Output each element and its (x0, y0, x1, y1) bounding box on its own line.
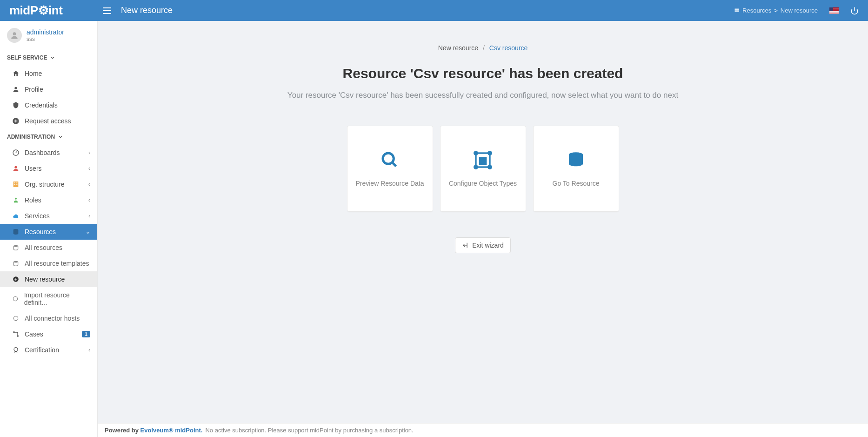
svg-point-13 (15, 198, 17, 200)
svg-point-28 (488, 151, 492, 155)
svg-point-29 (474, 165, 478, 168)
exit-icon (462, 242, 468, 249)
chevron-left-icon: ‹ (88, 149, 90, 156)
user-name: administrator (27, 28, 64, 36)
tile-go-to-resource[interactable]: Go To Resource (533, 126, 619, 212)
main-content: New resource / Csv resource Resource 'Cs… (98, 21, 868, 423)
svg-rect-0 (735, 8, 739, 10)
svg-rect-11 (14, 184, 15, 185)
sidebar-item-home[interactable]: Home (0, 66, 97, 81)
tile-preview-resource-data[interactable]: Preview Resource Data (347, 126, 433, 212)
role-icon (12, 196, 20, 204)
page-title: New resource (121, 6, 173, 15)
sidebar-item-roles[interactable]: Roles ‹ (0, 192, 97, 208)
person-icon (12, 86, 20, 93)
wizard-breadcrumb: New resource / Csv resource (116, 44, 849, 52)
chevron-left-icon: ‹ (88, 347, 90, 353)
sidebar-item-all-resources[interactable]: All resources (0, 240, 97, 255)
chevron-down-icon: ⌄ (86, 229, 90, 235)
svg-point-16 (13, 261, 18, 263)
chevron-left-icon: ‹ (88, 213, 90, 219)
tile-configure-object-types[interactable]: Configure Object Types (440, 126, 526, 212)
sidebar-item-all-templates[interactable]: All resource templates (0, 255, 97, 271)
svg-point-23 (383, 153, 394, 164)
building-icon (12, 181, 20, 188)
footer-message: No active subscription. Please support m… (205, 427, 413, 434)
locale-flag-us[interactable] (829, 7, 839, 14)
section-administration[interactable]: ADMINISTRATION (0, 129, 97, 145)
sidebar-item-dashboards[interactable]: Dashboards ‹ (0, 145, 97, 161)
sidebar-item-services[interactable]: Services ‹ (0, 208, 97, 224)
svg-rect-10 (16, 182, 17, 183)
svg-rect-9 (14, 182, 15, 183)
chevron-down-icon (50, 55, 55, 61)
cases-badge: 1 (82, 331, 90, 337)
section-self-service[interactable]: SELF SERVICE (0, 50, 97, 66)
resources-icon (734, 8, 740, 13)
sidebar-item-certification[interactable]: Certification ‹ (0, 342, 97, 358)
user-subtitle: sss (27, 36, 64, 42)
exit-wizard-button[interactable]: Exit wizard (455, 237, 511, 253)
sidebar-item-cases[interactable]: Cases 1 (0, 326, 97, 342)
sidebar-item-profile[interactable]: Profile (0, 81, 97, 97)
database-icon (12, 244, 20, 251)
footer-brand-link[interactable]: Evolveum® midPoint. (140, 427, 203, 434)
sidebar-item-import-resource-def[interactable]: Import resource definit… (0, 287, 97, 310)
sidebar-item-credentials[interactable]: Credentials (0, 97, 97, 113)
chevron-left-icon: ‹ (88, 165, 90, 172)
menu-toggle-button[interactable] (98, 7, 116, 14)
sidebar-item-all-connector-hosts[interactable]: All connector hosts (0, 310, 97, 326)
chevron-down-icon (58, 134, 63, 140)
svg-point-4 (14, 87, 17, 89)
breadcrumb-root[interactable]: Resources (742, 7, 771, 14)
svg-point-21 (17, 336, 19, 337)
object-group-icon (474, 151, 492, 169)
certificate-icon (12, 346, 20, 354)
hamburger-icon (103, 7, 111, 14)
user-block[interactable]: administrator sss (0, 21, 97, 50)
circle-icon (12, 315, 20, 322)
svg-point-3 (13, 32, 16, 35)
plus-circle-icon (12, 276, 20, 282)
crumb-current[interactable]: Csv resource (489, 44, 527, 52)
page-subtitle: Your resource 'Csv resource' has been su… (116, 91, 849, 100)
svg-point-15 (13, 245, 18, 247)
flow-icon (12, 330, 20, 338)
svg-point-22 (14, 348, 18, 351)
breadcrumb: Resources > New resource (734, 7, 818, 14)
tile-label: Preview Resource Data (355, 180, 424, 187)
sidebar: administrator sss SELF SERVICE Home Prof… (0, 21, 98, 437)
breadcrumb-current[interactable]: New resource (781, 7, 818, 14)
avatar (7, 28, 22, 43)
sidebar-item-new-resource[interactable]: New resource (0, 271, 97, 287)
shield-icon (12, 101, 20, 109)
top-bar: midP⚙int New resource Resources > New re… (0, 0, 868, 21)
svg-rect-12 (16, 184, 17, 185)
sidebar-item-org-structure[interactable]: Org. structure ‹ (0, 176, 97, 192)
chevron-left-icon: ‹ (88, 197, 90, 203)
home-icon (12, 70, 20, 77)
search-icon (381, 151, 399, 169)
tile-label: Configure Object Types (449, 180, 517, 187)
svg-point-7 (14, 166, 17, 168)
sidebar-item-users[interactable]: Users ‹ (0, 161, 97, 176)
cloud-icon (12, 212, 20, 220)
tile-label: Go To Resource (553, 180, 600, 187)
database-icon (567, 151, 585, 169)
svg-point-30 (488, 165, 492, 168)
database-icon (12, 228, 20, 235)
svg-rect-1 (735, 10, 739, 12)
footer: Powered by Evolveum® midPoint. No active… (98, 423, 868, 437)
page-heading: Resource 'Csv resource' has been created (116, 66, 849, 81)
database-icon (12, 260, 20, 267)
chevron-left-icon: ‹ (88, 181, 90, 188)
power-icon[interactable] (850, 7, 859, 15)
dashboard-icon (12, 149, 20, 156)
sidebar-item-resources[interactable]: Resources ⌄ (0, 224, 97, 240)
svg-line-24 (392, 162, 396, 166)
app-logo[interactable]: midP⚙int (0, 0, 98, 21)
action-tiles: Preview Resource Data Configure Object T… (116, 126, 849, 212)
svg-point-19 (13, 316, 18, 320)
svg-point-20 (13, 332, 15, 333)
sidebar-item-request-access[interactable]: Request access (0, 113, 97, 129)
